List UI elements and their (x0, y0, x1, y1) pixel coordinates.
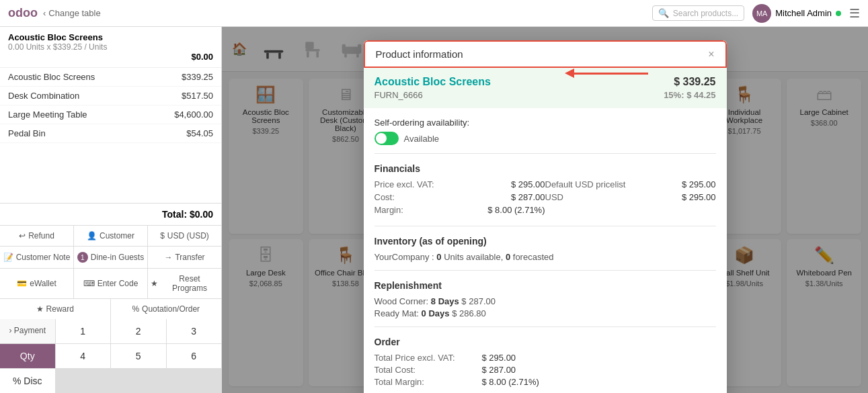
search-bar[interactable]: 🔍 Search products... (652, 5, 744, 21)
financials-title: Financials (374, 163, 716, 174)
replenish-row-2: Ready Mat: 0 Days $ 286.80 (374, 308, 716, 318)
product-highlight-right: $ 339.25 15%: $ 44.25 (664, 76, 715, 100)
divider (374, 270, 716, 271)
refund-button[interactable]: ↩Refund (0, 226, 73, 246)
inventory-forecasted: 0 (506, 252, 510, 262)
list-item[interactable]: Pedal Bin $54.05 (0, 124, 221, 143)
transfer-icon: → (164, 253, 172, 262)
main-layout: Acoustic Bloc Screens 0.00 Units x $339.… (0, 27, 868, 393)
numpad-1[interactable]: 1 (56, 319, 111, 343)
dine-in-button[interactable]: 1Dine-in Guests (74, 247, 147, 268)
margin-label: Margin: (374, 205, 403, 215)
order-total-price-label: Total Price excl. VAT: (374, 353, 482, 363)
cost-value: $ 287.00 (511, 192, 545, 202)
reward-quotation-row: ★Reward %Quotation/Order (0, 298, 221, 319)
numpad-pct-disc[interactable]: % Disc (0, 369, 55, 393)
current-item-name: Acoustic Bloc Screens (8, 32, 213, 42)
change-table-button[interactable]: ‹ Change table (43, 8, 101, 18)
replenish-vendor-1: Wood Corner: (374, 296, 429, 306)
usd-value: $ 295.00 (682, 192, 716, 202)
financials-left: Price excl. VAT: $ 295.00 Cost: $ 287.00… (374, 179, 545, 218)
product-highlight-left: Acoustic Bloc Screens FURN_6666 (374, 76, 491, 100)
financials-grid: Price excl. VAT: $ 295.00 Cost: $ 287.00… (374, 179, 716, 218)
item-unit: Units x $339.25 / Units (26, 42, 108, 52)
inventory-forecasted-label: forecasted (513, 252, 554, 262)
default-pricelist-label: Default USD pricelist (545, 179, 626, 189)
modal-close-button[interactable]: × (708, 49, 714, 60)
status-dot (836, 11, 841, 16)
star-icon: ★ (151, 279, 158, 288)
ewallet-button[interactable]: 💳eWallet (0, 269, 73, 298)
customer-note-button[interactable]: 📝Customer Note (0, 247, 73, 268)
order-total-cost-row: Total Cost: $ 287.00 (374, 365, 716, 375)
current-item-price: $0.00 (8, 52, 213, 62)
item-price: $339.25 (182, 72, 213, 82)
usd-button[interactable]: $USD (USD) (148, 226, 221, 246)
transfer-button[interactable]: →Transfer (148, 247, 221, 268)
total-label: Total: (162, 209, 187, 220)
customer-button[interactable]: 👤Customer (74, 226, 147, 246)
product-info-modal: Product information × Acoustic Bloc Scre… (364, 40, 727, 393)
item-price: $4,600.00 (174, 110, 213, 120)
order-total-margin-label: Total Margin: (374, 377, 482, 387)
refund-icon: ↩ (19, 231, 26, 241)
divider (374, 153, 716, 154)
divider (374, 326, 716, 327)
cost-row: Cost: $ 287.00 (374, 192, 545, 202)
numpad-6[interactable]: 6 (167, 344, 222, 368)
availability-toggle[interactable] (374, 132, 399, 145)
inventory-units: 0 (436, 252, 441, 262)
order-section-title: Order (374, 337, 716, 347)
change-table-label: Change table (48, 8, 100, 18)
price-excl-vat-row: Price excl. VAT: $ 295.00 (374, 179, 545, 189)
numpad-2[interactable]: 2 (111, 319, 166, 343)
replenish-price-2: $ 286.80 (452, 308, 486, 318)
inventory-section: Inventory (as of opening) YourCompany : … (374, 236, 716, 262)
modal-body: Self-ordering availability: Available Fi… (364, 118, 727, 393)
divider (374, 226, 716, 226)
financials-section: Financials Price excl. VAT: $ 295.00 Cos… (374, 163, 716, 218)
enter-code-button[interactable]: ⌨Enter Code (74, 269, 147, 298)
item-qty: 0.00 (8, 42, 24, 52)
product-area: 🏠 🪟Acoustic Bloc Screens$339.25 🖥Customi… (222, 27, 868, 393)
numpad-5[interactable]: 5 (111, 344, 166, 368)
replenishment-title: Replenishment (374, 280, 716, 291)
quotation-icon: % (132, 304, 139, 314)
item-price: $54.05 (186, 128, 213, 138)
chevron-icon: › (9, 326, 11, 335)
note-icon: 📝 (3, 253, 13, 262)
modal-title: Product information (376, 48, 463, 60)
currency-icon: $ (160, 231, 165, 241)
order-total-margin-value: $ 8.00 (2.71%) (482, 377, 539, 387)
top-bar-right: 🔍 Search products... MA Mitchell Admin ☰ (652, 4, 860, 23)
hamburger-icon[interactable]: ☰ (849, 6, 860, 21)
replenish-days-2: 0 Days (422, 308, 450, 318)
list-item[interactable]: Desk Combination $517.50 (0, 87, 221, 105)
reset-programs-button[interactable]: ★Reset Programs (148, 269, 221, 298)
numpad-3[interactable]: 3 (167, 319, 222, 343)
odoo-logo: odoo (8, 6, 38, 20)
numpad-payment[interactable]: › Payment (0, 319, 55, 343)
chevron-left-icon: ‹ (43, 8, 46, 18)
numpad-qty[interactable]: Qty (0, 344, 55, 368)
discount-amt: $ 44.25 (686, 90, 715, 100)
usd-label: USD (545, 192, 563, 202)
highlight-product-name: Acoustic Bloc Screens (374, 76, 491, 88)
margin-value: $ 8.00 (2.71%) (487, 205, 545, 215)
order-total-margin-row: Total Margin: $ 8.00 (2.71%) (374, 377, 716, 387)
numpad: › Payment 1 2 3 Qty 4 5 6 % Disc (0, 319, 221, 393)
list-item[interactable]: Acoustic Bloc Screens $339.25 (0, 68, 221, 87)
reward-icon: ★ (36, 304, 44, 314)
reward-button[interactable]: ★Reward (0, 299, 111, 319)
avatar-initials: MA (756, 9, 768, 17)
avatar: MA (752, 4, 771, 23)
user-name: Mitchell Admin (775, 8, 832, 18)
order-total-price-value: $ 295.00 (482, 353, 516, 363)
numpad-4[interactable]: 4 (56, 344, 111, 368)
inventory-company: YourCompany : (374, 252, 434, 262)
quotation-button[interactable]: %Quotation/Order (111, 299, 222, 319)
order-total-price-row: Total Price excl. VAT: $ 295.00 (374, 353, 716, 363)
item-name: Large Meeting Table (8, 110, 87, 120)
list-item[interactable]: Large Meeting Table $4,600.00 (0, 105, 221, 124)
price-excl-vat-value: $ 295.00 (511, 179, 545, 189)
